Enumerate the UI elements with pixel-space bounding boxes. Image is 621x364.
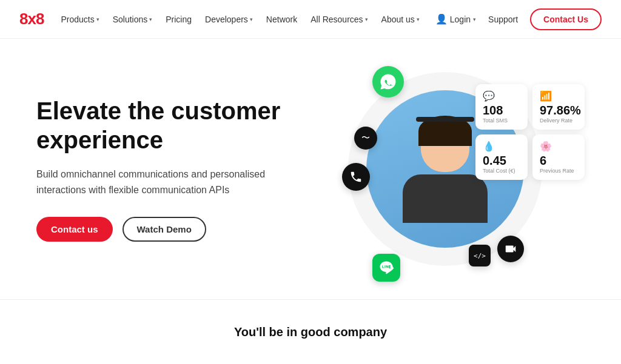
hero-text: Elevate the customer experience Build om… bbox=[36, 96, 306, 242]
chevron-down-icon: ▾ bbox=[417, 16, 420, 22]
phone-icon[interactable] bbox=[342, 163, 370, 191]
chevron-down-icon: ▾ bbox=[96, 16, 99, 22]
nav-products[interactable]: Products ▾ bbox=[61, 15, 99, 24]
stat-total-cost: 💧 0.45 Total Cost (€) bbox=[475, 134, 528, 180]
stat-previous-rate: 🌸 6 Previous Rate bbox=[532, 134, 585, 180]
waveform-icon: 〜 bbox=[354, 127, 377, 150]
logo[interactable]: 8x8 bbox=[19, 10, 44, 28]
good-company-heading: You'll be in good company bbox=[234, 325, 387, 339]
chevron-down-icon: ▾ bbox=[149, 16, 152, 22]
stat-cost-value: 0.45 bbox=[483, 154, 520, 167]
whatsapp-icon[interactable] bbox=[372, 66, 404, 98]
line-icon[interactable] bbox=[372, 254, 400, 282]
user-icon: 👤 bbox=[435, 13, 448, 25]
nav-right: 👤 Login ▾ Support Contact Us bbox=[435, 8, 602, 30]
nav-all-resources[interactable]: All Resources ▾ bbox=[310, 15, 368, 24]
stat-cost-label: Total Cost (€) bbox=[483, 168, 520, 174]
hero-buttons: Contact us Watch Demo bbox=[36, 217, 306, 242]
chevron-down-icon: ▾ bbox=[250, 16, 253, 22]
main-nav: 8x8 Products ▾ Solutions ▾ Pricing Devel… bbox=[0, 0, 621, 39]
stat-delivery-rate: 📶 97.86% Delivery Rate bbox=[532, 84, 585, 130]
stat-total-sms: 💬 108 Total SMS bbox=[475, 84, 528, 130]
login-link[interactable]: 👤 Login ▾ bbox=[435, 13, 476, 25]
contact-us-button[interactable]: Contact Us bbox=[530, 8, 602, 30]
nav-pricing[interactable]: Pricing bbox=[166, 15, 192, 24]
chevron-down-icon: ▾ bbox=[365, 16, 368, 22]
support-link[interactable]: Support bbox=[488, 15, 518, 24]
hero-title: Elevate the customer experience bbox=[36, 96, 306, 154]
nav-network[interactable]: Network bbox=[266, 15, 297, 24]
stat-prev-label: Previous Rate bbox=[540, 168, 577, 174]
nav-solutions[interactable]: Solutions ▾ bbox=[113, 15, 153, 24]
hero-section: Elevate the customer experience Build om… bbox=[0, 39, 621, 299]
stat-delivery-value: 97.86% bbox=[540, 104, 577, 116]
stat-prev-value: 6 bbox=[540, 154, 577, 167]
stat-delivery-label: Delivery Rate bbox=[540, 117, 577, 124]
stats-grid: 💬 108 Total SMS 📶 97.86% Delivery Rate 💧… bbox=[475, 84, 585, 180]
contact-us-hero-button[interactable]: Contact us bbox=[36, 217, 113, 242]
delivery-icon: 📶 bbox=[540, 90, 577, 102]
chevron-down-icon: ▾ bbox=[473, 16, 476, 22]
cost-icon: 💧 bbox=[483, 141, 520, 152]
watch-demo-button[interactable]: Watch Demo bbox=[123, 217, 206, 242]
code-icon: </> bbox=[469, 245, 491, 266]
nav-developers[interactable]: Developers ▾ bbox=[205, 15, 253, 24]
agent-body bbox=[403, 174, 488, 223]
good-company-section: You'll be in good company bbox=[0, 299, 621, 364]
hero-subtitle: Build omnichannel communications and per… bbox=[36, 167, 267, 197]
nav-links: Products ▾ Solutions ▾ Pricing Developer… bbox=[61, 15, 419, 24]
prev-rate-icon: 🌸 bbox=[540, 141, 577, 152]
stat-sms-label: Total SMS bbox=[483, 117, 520, 124]
video-icon[interactable] bbox=[497, 236, 524, 262]
nav-about[interactable]: About us ▾ bbox=[381, 15, 420, 24]
nav-left: 8x8 Products ▾ Solutions ▾ Pricing Devel… bbox=[19, 10, 420, 28]
hero-visual: 〜 </> 💬 108 Total SMS bbox=[306, 48, 585, 290]
agent-head bbox=[421, 121, 469, 172]
stat-sms-value: 108 bbox=[483, 104, 520, 116]
sms-icon: 💬 bbox=[483, 90, 520, 102]
